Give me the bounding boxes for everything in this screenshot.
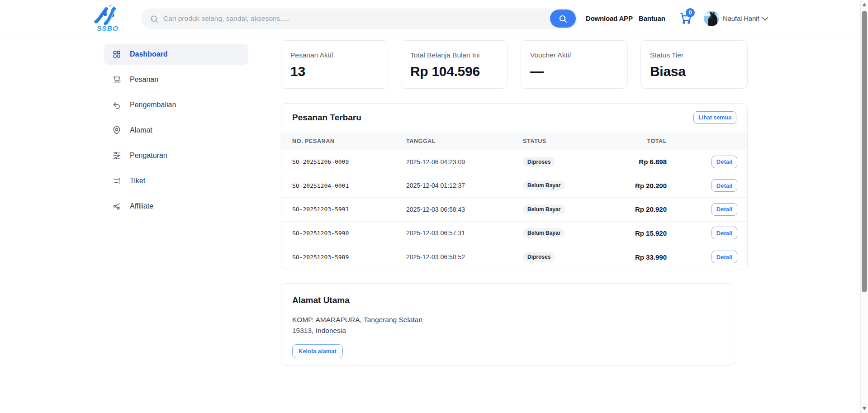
sidebar-item-label: Pengembalian — [130, 101, 176, 109]
order-status: Diproses — [523, 245, 621, 269]
sidebar-item-tiket[interactable]: Tiket — [104, 171, 248, 191]
recent-orders-card: Pesanan Terbaru Lihat semua NO. PESANAN … — [281, 103, 748, 269]
stat-value: Rp 104.596 — [410, 63, 498, 80]
stat-label: Status Tier — [650, 51, 738, 59]
order-actions: Detail — [667, 245, 748, 269]
detail-button[interactable]: Detail — [711, 251, 737, 263]
orders-card-header: Pesanan Terbaru Lihat semua — [281, 104, 747, 132]
sidebar-item-pengaturan[interactable]: Pengaturan — [104, 145, 248, 166]
cart-button[interactable]: 0 — [680, 12, 699, 30]
avatar-image — [704, 11, 719, 26]
stat-card-3: Status TierBiasa — [640, 40, 748, 89]
stat-label: Total Belanja Bulan Ini — [410, 51, 498, 59]
order-date: 2025-12-06 04:23:09 — [406, 150, 523, 174]
scrollbar-thumb[interactable] — [862, 11, 867, 292]
orders-title: Pesanan Terbaru — [292, 113, 361, 123]
order-actions: Detail — [667, 221, 748, 245]
column-header-actions — [667, 132, 748, 150]
sidebar-item-label: Alamat — [130, 126, 152, 134]
search-input[interactable] — [163, 9, 498, 28]
sidebar-item-label: Pesanan — [130, 76, 158, 84]
search-submit-button[interactable] — [550, 9, 576, 28]
order-status: Diproses — [523, 150, 621, 174]
share-icon — [112, 202, 121, 211]
search-icon — [150, 14, 159, 24]
status-badge: Diproses — [523, 252, 555, 262]
detail-button[interactable]: Detail — [711, 227, 737, 239]
order-number: SO-20251206-0009 — [281, 150, 406, 174]
order-status: Belum Bayar — [523, 221, 621, 245]
stat-value: — — [530, 63, 618, 80]
download-app-link[interactable]: Download APP — [586, 0, 633, 37]
address-line-2: 15313, Indonesia — [292, 325, 723, 336]
view-all-button[interactable]: Lihat semua — [693, 111, 736, 124]
avatar[interactable] — [704, 11, 719, 26]
grid-icon — [112, 50, 121, 59]
order-row: SO-20251206-00092025-12-06 04:23:09Dipro… — [281, 150, 748, 174]
order-actions: Detail — [667, 150, 748, 174]
address-text: KOMP. AMARAPURA, Tangerang Selatan 15313… — [292, 314, 723, 336]
search-bar — [142, 9, 577, 28]
column-header-no-pesanan: NO. PESANAN — [281, 132, 406, 150]
orders-table: NO. PESANAN TANGGAL STATUS TOTAL SO-2025… — [281, 132, 748, 269]
sidebar-item-label: Dashboard — [130, 50, 168, 58]
stat-label: Pesanan Aktif — [290, 51, 379, 59]
brand-logo[interactable]: SSBO — [94, 4, 122, 33]
order-total: Rp 33.990 — [621, 245, 667, 269]
sidebar-item-pengembalian[interactable]: Pengembalian — [104, 95, 248, 115]
stat-value: 13 — [290, 63, 379, 80]
stat-value: Biasa — [650, 63, 738, 80]
column-header-total: TOTAL — [621, 132, 667, 150]
order-date: 2025-12-03 06:57:31 — [406, 221, 523, 245]
sliders-icon — [112, 151, 121, 160]
order-date: 2025-12-04 01:12:37 — [406, 174, 523, 198]
top-header: SSBO Download APP Bantuan 0 — [0, 0, 868, 37]
help-link[interactable]: Bantuan — [639, 0, 665, 37]
sidebar-item-label: Affiliate — [130, 202, 153, 210]
order-row: SO-20251203-59892025-12-03 06:50:52Dipro… — [281, 245, 748, 269]
address-title: Alamat Utama — [292, 294, 723, 306]
chevron-down-icon[interactable] — [762, 17, 768, 21]
column-header-status: STATUS — [523, 132, 621, 150]
order-number: SO-20251203-5990 — [281, 221, 406, 245]
page-scrollbar[interactable] — [860, 0, 868, 413]
sidebar-item-label: Pengaturan — [130, 152, 167, 160]
column-header-tanggal: TANGGAL — [406, 132, 523, 150]
order-row: SO-20251203-59902025-12-03 06:57:31Belum… — [281, 221, 748, 245]
order-total: Rp 15.920 — [621, 221, 667, 245]
detail-button[interactable]: Detail — [711, 179, 737, 192]
order-total: Rp 20.920 — [621, 198, 667, 222]
sidebar-item-pesanan[interactable]: Pesanan — [104, 69, 248, 90]
order-date: 2025-12-03 06:58:43 — [406, 198, 523, 222]
manage-address-button[interactable]: Kelola alamat — [292, 344, 343, 358]
sidebar-item-dashboard[interactable]: Dashboard — [104, 44, 248, 65]
cart-count-badge: 0 — [686, 8, 695, 17]
detail-button[interactable]: Detail — [711, 203, 737, 216]
user-name[interactable]: Naufal Hanif — [723, 0, 759, 37]
main-content: Pesanan Aktif13Total Belanja Bulan IniRp… — [281, 40, 748, 366]
scrollbar-down-arrow-icon[interactable] — [862, 407, 867, 410]
sidebar-item-affiliate[interactable]: Affiliate — [104, 196, 248, 217]
status-badge: Belum Bayar — [523, 204, 565, 214]
page: SSBO Download APP Bantuan 0 — [0, 0, 868, 413]
scrollbar-up-arrow-icon[interactable] — [862, 3, 867, 6]
order-date: 2025-12-03 06:50:52 — [406, 245, 523, 269]
brand-name: SSBO — [97, 24, 119, 32]
order-row: SO-20251204-00012025-12-04 01:12:37Belum… — [281, 174, 748, 198]
order-total: Rp 6.898 — [621, 150, 667, 174]
undo-icon — [112, 100, 121, 109]
stat-card-2: Voucher Aktif— — [521, 40, 628, 89]
order-number: SO-20251203-5991 — [281, 198, 406, 222]
map-pin-icon — [112, 126, 121, 135]
orders-table-header-row: NO. PESANAN TANGGAL STATUS TOTAL — [281, 132, 748, 150]
basket-icon — [112, 75, 121, 84]
sidebar-item-label: Tiket — [130, 177, 145, 185]
order-number: SO-20251203-5989 — [281, 245, 406, 269]
order-status: Belum Bayar — [523, 198, 621, 222]
address-line-1: KOMP. AMARAPURA, Tangerang Selatan — [292, 314, 723, 325]
order-actions: Detail — [667, 174, 748, 198]
order-row: SO-20251203-59912025-12-03 06:58:43Belum… — [281, 198, 748, 222]
detail-button[interactable]: Detail — [711, 156, 737, 168]
stat-card-1: Total Belanja Bulan IniRp 104.596 — [401, 40, 508, 89]
sidebar-item-alamat[interactable]: Alamat — [104, 120, 248, 141]
